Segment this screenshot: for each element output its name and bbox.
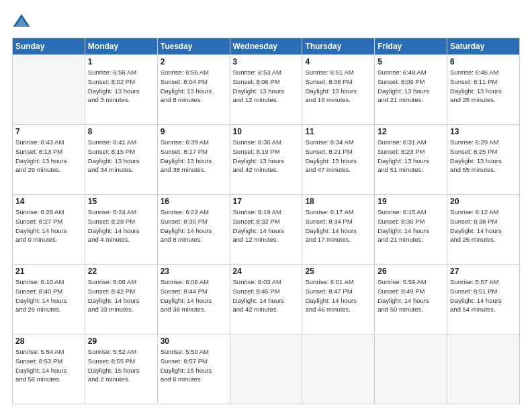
- day-cell: 6Sunrise: 6:46 AM Sunset: 8:11 PM Daylig…: [447, 55, 520, 125]
- day-info: Sunrise: 5:52 AM Sunset: 8:55 PM Dayligh…: [88, 347, 154, 384]
- weekday-header-tuesday: Tuesday: [157, 38, 230, 55]
- page: SundayMondayTuesdayWednesdayThursdayFrid…: [0, 0, 532, 411]
- day-info: Sunrise: 6:12 AM Sunset: 8:38 PM Dayligh…: [450, 208, 517, 244]
- day-number: 23: [161, 267, 227, 276]
- day-cell: 7Sunrise: 6:43 AM Sunset: 8:13 PM Daylig…: [13, 125, 85, 195]
- week-row-5: 28Sunrise: 5:54 AM Sunset: 8:53 PM Dayli…: [13, 334, 520, 404]
- calendar-table: SundayMondayTuesdayWednesdayThursdayFrid…: [12, 38, 520, 404]
- weekday-row: SundayMondayTuesdayWednesdayThursdayFrid…: [13, 38, 520, 55]
- day-info: Sunrise: 6:19 AM Sunset: 8:32 PM Dayligh…: [233, 208, 300, 244]
- day-cell: 30Sunrise: 5:50 AM Sunset: 8:57 PM Dayli…: [157, 334, 230, 404]
- day-cell: 4Sunrise: 6:51 AM Sunset: 8:08 PM Daylig…: [302, 55, 375, 125]
- day-info: Sunrise: 6:46 AM Sunset: 8:11 PM Dayligh…: [450, 68, 517, 105]
- day-number: 29: [88, 336, 154, 346]
- day-cell: [13, 55, 85, 125]
- day-cell: 14Sunrise: 6:26 AM Sunset: 8:27 PM Dayli…: [13, 195, 85, 265]
- day-number: 11: [305, 127, 371, 136]
- day-number: 30: [161, 336, 227, 346]
- day-number: 28: [15, 336, 82, 346]
- day-info: Sunrise: 5:54 AM Sunset: 8:53 PM Dayligh…: [15, 347, 82, 384]
- day-number: 5: [378, 57, 444, 66]
- day-cell: 24Sunrise: 6:03 AM Sunset: 8:45 PM Dayli…: [230, 265, 302, 334]
- day-number: 27: [450, 267, 517, 276]
- day-cell: 11Sunrise: 6:34 AM Sunset: 8:21 PM Dayli…: [302, 125, 375, 195]
- day-info: Sunrise: 6:58 AM Sunset: 8:02 PM Dayligh…: [88, 68, 154, 105]
- day-number: 25: [305, 267, 371, 276]
- day-cell: 29Sunrise: 5:52 AM Sunset: 8:55 PM Dayli…: [85, 334, 157, 404]
- day-info: Sunrise: 6:01 AM Sunset: 8:47 PM Dayligh…: [305, 277, 371, 314]
- day-number: 21: [15, 267, 82, 276]
- day-number: 12: [378, 127, 444, 136]
- day-cell: 13Sunrise: 6:29 AM Sunset: 8:25 PM Dayli…: [447, 125, 520, 195]
- weekday-header-friday: Friday: [375, 38, 447, 55]
- day-info: Sunrise: 6:34 AM Sunset: 8:21 PM Dayligh…: [305, 138, 371, 175]
- day-number: 14: [15, 197, 82, 206]
- day-cell: 9Sunrise: 6:39 AM Sunset: 8:17 PM Daylig…: [157, 125, 230, 195]
- day-info: Sunrise: 5:59 AM Sunset: 8:49 PM Dayligh…: [378, 277, 444, 314]
- day-info: Sunrise: 6:48 AM Sunset: 8:09 PM Dayligh…: [378, 68, 444, 105]
- day-info: Sunrise: 6:03 AM Sunset: 8:45 PM Dayligh…: [233, 277, 300, 314]
- day-cell: [230, 334, 302, 404]
- day-cell: 5Sunrise: 6:48 AM Sunset: 8:09 PM Daylig…: [375, 55, 447, 125]
- day-number: 3: [233, 57, 300, 66]
- day-cell: 27Sunrise: 5:57 AM Sunset: 8:51 PM Dayli…: [447, 265, 520, 334]
- day-number: 4: [305, 57, 371, 66]
- day-number: 8: [88, 127, 154, 136]
- day-cell: 16Sunrise: 6:22 AM Sunset: 8:30 PM Dayli…: [157, 195, 230, 265]
- calendar-body: 1Sunrise: 6:58 AM Sunset: 8:02 PM Daylig…: [13, 55, 520, 404]
- day-number: 22: [88, 267, 154, 276]
- day-number: 1: [88, 57, 154, 66]
- day-number: 24: [233, 267, 300, 276]
- day-info: Sunrise: 6:26 AM Sunset: 8:27 PM Dayligh…: [15, 208, 82, 244]
- calendar-header: SundayMondayTuesdayWednesdayThursdayFrid…: [13, 38, 520, 55]
- day-info: Sunrise: 6:10 AM Sunset: 8:40 PM Dayligh…: [15, 277, 82, 314]
- day-info: Sunrise: 6:31 AM Sunset: 8:23 PM Dayligh…: [378, 138, 444, 175]
- day-cell: [302, 334, 375, 404]
- day-cell: 10Sunrise: 6:36 AM Sunset: 8:19 PM Dayli…: [230, 125, 302, 195]
- day-info: Sunrise: 6:06 AM Sunset: 8:44 PM Dayligh…: [161, 277, 227, 314]
- day-info: Sunrise: 6:51 AM Sunset: 8:08 PM Dayligh…: [305, 68, 371, 105]
- day-number: 26: [378, 267, 444, 276]
- day-cell: 21Sunrise: 6:10 AM Sunset: 8:40 PM Dayli…: [13, 265, 85, 334]
- day-info: Sunrise: 6:22 AM Sunset: 8:30 PM Dayligh…: [161, 208, 227, 244]
- week-row-4: 21Sunrise: 6:10 AM Sunset: 8:40 PM Dayli…: [13, 265, 520, 334]
- day-number: 7: [15, 127, 82, 136]
- day-cell: [447, 334, 520, 404]
- day-cell: 3Sunrise: 6:53 AM Sunset: 8:06 PM Daylig…: [230, 55, 302, 125]
- day-cell: 23Sunrise: 6:06 AM Sunset: 8:44 PM Dayli…: [157, 265, 230, 334]
- day-info: Sunrise: 6:39 AM Sunset: 8:17 PM Dayligh…: [161, 138, 227, 175]
- day-cell: 18Sunrise: 6:17 AM Sunset: 8:34 PM Dayli…: [302, 195, 375, 265]
- day-number: 19: [378, 197, 444, 206]
- day-cell: 8Sunrise: 6:41 AM Sunset: 8:15 PM Daylig…: [85, 125, 157, 195]
- day-info: Sunrise: 6:56 AM Sunset: 8:04 PM Dayligh…: [161, 68, 227, 105]
- logo-icon: [12, 12, 31, 31]
- weekday-header-saturday: Saturday: [447, 38, 520, 55]
- day-info: Sunrise: 6:43 AM Sunset: 8:13 PM Dayligh…: [15, 138, 82, 175]
- day-info: Sunrise: 6:53 AM Sunset: 8:06 PM Dayligh…: [233, 68, 300, 105]
- day-cell: 22Sunrise: 6:08 AM Sunset: 8:42 PM Dayli…: [85, 265, 157, 334]
- week-row-2: 7Sunrise: 6:43 AM Sunset: 8:13 PM Daylig…: [13, 125, 520, 195]
- day-cell: 26Sunrise: 5:59 AM Sunset: 8:49 PM Dayli…: [375, 265, 447, 334]
- day-cell: 17Sunrise: 6:19 AM Sunset: 8:32 PM Dayli…: [230, 195, 302, 265]
- day-cell: 25Sunrise: 6:01 AM Sunset: 8:47 PM Dayli…: [302, 265, 375, 334]
- day-info: Sunrise: 6:08 AM Sunset: 8:42 PM Dayligh…: [88, 277, 154, 314]
- day-number: 15: [88, 197, 154, 206]
- day-number: 6: [450, 57, 517, 66]
- day-number: 20: [450, 197, 517, 206]
- weekday-header-sunday: Sunday: [13, 38, 85, 55]
- day-number: 10: [233, 127, 300, 136]
- weekday-header-monday: Monday: [85, 38, 157, 55]
- day-info: Sunrise: 5:57 AM Sunset: 8:51 PM Dayligh…: [450, 277, 517, 314]
- day-cell: 1Sunrise: 6:58 AM Sunset: 8:02 PM Daylig…: [85, 55, 157, 125]
- day-cell: 2Sunrise: 6:56 AM Sunset: 8:04 PM Daylig…: [157, 55, 230, 125]
- day-number: 16: [161, 197, 227, 206]
- day-info: Sunrise: 6:15 AM Sunset: 8:36 PM Dayligh…: [378, 208, 444, 244]
- week-row-3: 14Sunrise: 6:26 AM Sunset: 8:27 PM Dayli…: [13, 195, 520, 265]
- day-cell: 15Sunrise: 6:24 AM Sunset: 8:28 PM Dayli…: [85, 195, 157, 265]
- weekday-header-wednesday: Wednesday: [230, 38, 302, 55]
- day-number: 2: [161, 57, 227, 66]
- day-info: Sunrise: 6:41 AM Sunset: 8:15 PM Dayligh…: [88, 138, 154, 175]
- day-cell: 20Sunrise: 6:12 AM Sunset: 8:38 PM Dayli…: [447, 195, 520, 265]
- day-info: Sunrise: 5:50 AM Sunset: 8:57 PM Dayligh…: [161, 347, 227, 384]
- day-info: Sunrise: 6:24 AM Sunset: 8:28 PM Dayligh…: [88, 208, 154, 244]
